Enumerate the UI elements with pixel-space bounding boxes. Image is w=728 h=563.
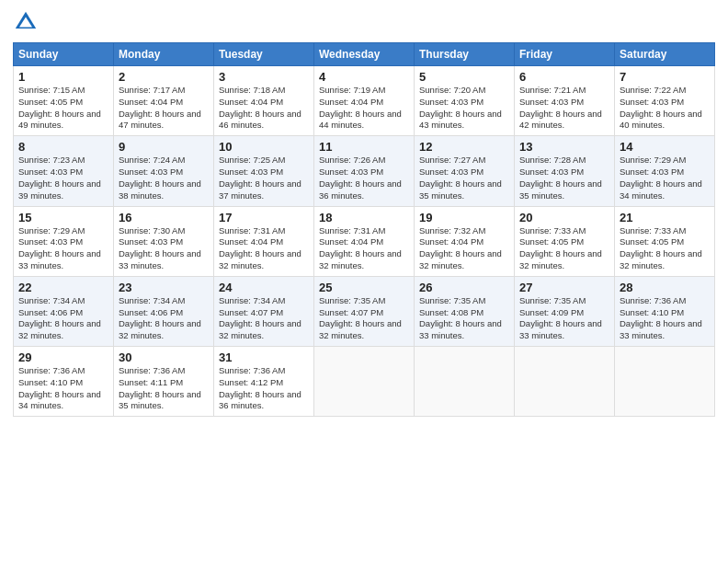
calendar-day-header: Thursday	[415, 43, 515, 66]
day-number: 16	[119, 211, 209, 224]
day-number: 17	[219, 211, 309, 224]
calendar-day-cell: 12 Sunrise: 7:27 AMSunset: 4:03 PMDaylig…	[415, 136, 515, 206]
day-number: 23	[119, 281, 209, 294]
calendar-day-cell: 16 Sunrise: 7:30 AMSunset: 4:03 PMDaylig…	[114, 206, 214, 276]
day-number: 10	[219, 140, 309, 154]
day-number: 3	[219, 70, 309, 84]
day-number: 1	[18, 70, 108, 84]
calendar-day-cell: 9 Sunrise: 7:24 AMSunset: 4:03 PMDayligh…	[114, 136, 214, 206]
day-number: 29	[18, 350, 108, 364]
calendar-week-row: 15 Sunrise: 7:29 AMSunset: 4:03 PMDaylig…	[14, 206, 715, 276]
day-number: 25	[319, 281, 409, 294]
calendar-day-cell: 8 Sunrise: 7:23 AMSunset: 4:03 PMDayligh…	[14, 136, 114, 206]
page-container: SundayMondayTuesdayWednesdayThursdayFrid…	[0, 0, 728, 563]
logo-icon	[13, 9, 39, 35]
day-number: 9	[119, 140, 209, 154]
day-number: 8	[18, 140, 108, 154]
calendar-day-cell: 29 Sunrise: 7:36 AMSunset: 4:10 PMDaylig…	[14, 347, 114, 417]
day-number: 12	[419, 140, 509, 154]
calendar-table: SundayMondayTuesdayWednesdayThursdayFrid…	[13, 42, 715, 417]
calendar-day-cell: 26 Sunrise: 7:35 AMSunset: 4:08 PMDaylig…	[415, 276, 515, 346]
calendar-day-cell: 19 Sunrise: 7:32 AMSunset: 4:04 PMDaylig…	[415, 206, 515, 276]
calendar-day-cell: 11 Sunrise: 7:26 AMSunset: 4:03 PMDaylig…	[314, 136, 415, 206]
calendar-day-cell: 13 Sunrise: 7:28 AMSunset: 4:03 PMDaylig…	[515, 136, 615, 206]
day-info: Sunrise: 7:22 AMSunset: 4:03 PMDaylight:…	[620, 85, 702, 130]
calendar-day-cell: 17 Sunrise: 7:31 AMSunset: 4:04 PMDaylig…	[214, 206, 314, 276]
day-info: Sunrise: 7:24 AMSunset: 4:03 PMDaylight:…	[119, 155, 201, 200]
day-info: Sunrise: 7:23 AMSunset: 4:03 PMDaylight:…	[18, 155, 101, 200]
day-number: 11	[319, 140, 409, 154]
calendar-day-cell	[515, 347, 615, 417]
day-info: Sunrise: 7:35 AMSunset: 4:07 PMDaylight:…	[319, 295, 402, 340]
day-info: Sunrise: 7:36 AMSunset: 4:10 PMDaylight:…	[18, 365, 101, 410]
day-info: Sunrise: 7:35 AMSunset: 4:09 PMDaylight:…	[519, 295, 602, 340]
day-info: Sunrise: 7:36 AMSunset: 4:10 PMDaylight:…	[620, 295, 702, 340]
day-info: Sunrise: 7:18 AMSunset: 4:04 PMDaylight:…	[219, 85, 301, 130]
day-number: 31	[219, 350, 309, 364]
calendar-day-cell: 25 Sunrise: 7:35 AMSunset: 4:07 PMDaylig…	[314, 276, 415, 346]
day-number: 18	[319, 211, 409, 224]
day-number: 14	[620, 140, 710, 154]
calendar-day-cell: 15 Sunrise: 7:29 AMSunset: 4:03 PMDaylig…	[14, 206, 114, 276]
day-info: Sunrise: 7:34 AMSunset: 4:06 PMDaylight:…	[18, 295, 101, 340]
calendar-day-header: Tuesday	[214, 43, 314, 66]
day-info: Sunrise: 7:27 AMSunset: 4:03 PMDaylight:…	[419, 155, 502, 200]
day-number: 5	[419, 70, 509, 84]
calendar-day-cell: 7 Sunrise: 7:22 AMSunset: 4:03 PMDayligh…	[615, 66, 715, 136]
calendar-day-header: Friday	[515, 43, 615, 66]
calendar-day-cell: 3 Sunrise: 7:18 AMSunset: 4:04 PMDayligh…	[214, 66, 314, 136]
day-info: Sunrise: 7:31 AMSunset: 4:04 PMDaylight:…	[219, 225, 301, 270]
day-info: Sunrise: 7:34 AMSunset: 4:06 PMDaylight:…	[119, 295, 201, 340]
day-number: 26	[419, 281, 509, 294]
day-number: 2	[119, 70, 209, 84]
calendar-week-row: 8 Sunrise: 7:23 AMSunset: 4:03 PMDayligh…	[14, 136, 715, 206]
day-info: Sunrise: 7:21 AMSunset: 4:03 PMDaylight:…	[519, 85, 602, 130]
day-info: Sunrise: 7:26 AMSunset: 4:03 PMDaylight:…	[319, 155, 402, 200]
day-info: Sunrise: 7:15 AMSunset: 4:05 PMDaylight:…	[18, 85, 101, 130]
day-info: Sunrise: 7:34 AMSunset: 4:07 PMDaylight:…	[219, 295, 301, 340]
calendar-day-cell: 31 Sunrise: 7:36 AMSunset: 4:12 PMDaylig…	[214, 347, 314, 417]
day-info: Sunrise: 7:32 AMSunset: 4:04 PMDaylight:…	[419, 225, 502, 270]
day-number: 27	[519, 281, 609, 294]
calendar-day-cell: 23 Sunrise: 7:34 AMSunset: 4:06 PMDaylig…	[114, 276, 214, 346]
calendar-day-cell: 10 Sunrise: 7:25 AMSunset: 4:03 PMDaylig…	[214, 136, 314, 206]
day-number: 6	[519, 70, 609, 84]
calendar-day-cell: 6 Sunrise: 7:21 AMSunset: 4:03 PMDayligh…	[515, 66, 615, 136]
day-number: 21	[620, 211, 710, 224]
calendar-day-cell: 28 Sunrise: 7:36 AMSunset: 4:10 PMDaylig…	[615, 276, 715, 346]
day-info: Sunrise: 7:33 AMSunset: 4:05 PMDaylight:…	[519, 225, 602, 270]
logo	[13, 9, 40, 35]
day-info: Sunrise: 7:20 AMSunset: 4:03 PMDaylight:…	[419, 85, 502, 130]
calendar-day-cell: 1 Sunrise: 7:15 AMSunset: 4:05 PMDayligh…	[14, 66, 114, 136]
day-info: Sunrise: 7:30 AMSunset: 4:03 PMDaylight:…	[119, 225, 201, 270]
day-number: 15	[18, 211, 108, 224]
day-info: Sunrise: 7:36 AMSunset: 4:12 PMDaylight:…	[219, 365, 301, 410]
day-number: 19	[419, 211, 509, 224]
calendar-day-header: Saturday	[615, 43, 715, 66]
calendar-day-cell: 5 Sunrise: 7:20 AMSunset: 4:03 PMDayligh…	[415, 66, 515, 136]
calendar-day-cell: 14 Sunrise: 7:29 AMSunset: 4:03 PMDaylig…	[615, 136, 715, 206]
calendar-day-cell: 2 Sunrise: 7:17 AMSunset: 4:04 PMDayligh…	[114, 66, 214, 136]
calendar-week-row: 1 Sunrise: 7:15 AMSunset: 4:05 PMDayligh…	[14, 66, 715, 136]
calendar-header-row: SundayMondayTuesdayWednesdayThursdayFrid…	[14, 43, 715, 66]
day-number: 4	[319, 70, 409, 84]
day-info: Sunrise: 7:28 AMSunset: 4:03 PMDaylight:…	[519, 155, 602, 200]
calendar-day-cell: 4 Sunrise: 7:19 AMSunset: 4:04 PMDayligh…	[314, 66, 415, 136]
calendar-day-header: Wednesday	[314, 43, 415, 66]
calendar-week-row: 29 Sunrise: 7:36 AMSunset: 4:10 PMDaylig…	[14, 347, 715, 417]
calendar-day-cell: 27 Sunrise: 7:35 AMSunset: 4:09 PMDaylig…	[515, 276, 615, 346]
day-info: Sunrise: 7:25 AMSunset: 4:03 PMDaylight:…	[219, 155, 301, 200]
day-info: Sunrise: 7:35 AMSunset: 4:08 PMDaylight:…	[419, 295, 502, 340]
day-number: 22	[18, 281, 108, 294]
calendar-day-cell	[615, 347, 715, 417]
day-info: Sunrise: 7:17 AMSunset: 4:04 PMDaylight:…	[119, 85, 201, 130]
calendar-week-row: 22 Sunrise: 7:34 AMSunset: 4:06 PMDaylig…	[14, 276, 715, 346]
day-info: Sunrise: 7:33 AMSunset: 4:05 PMDaylight:…	[620, 225, 702, 270]
calendar-day-header: Sunday	[14, 43, 114, 66]
day-number: 20	[519, 211, 609, 224]
day-number: 24	[219, 281, 309, 294]
page-header	[13, 9, 715, 35]
calendar-day-header: Monday	[114, 43, 214, 66]
calendar-day-cell: 22 Sunrise: 7:34 AMSunset: 4:06 PMDaylig…	[14, 276, 114, 346]
day-info: Sunrise: 7:29 AMSunset: 4:03 PMDaylight:…	[18, 225, 101, 270]
